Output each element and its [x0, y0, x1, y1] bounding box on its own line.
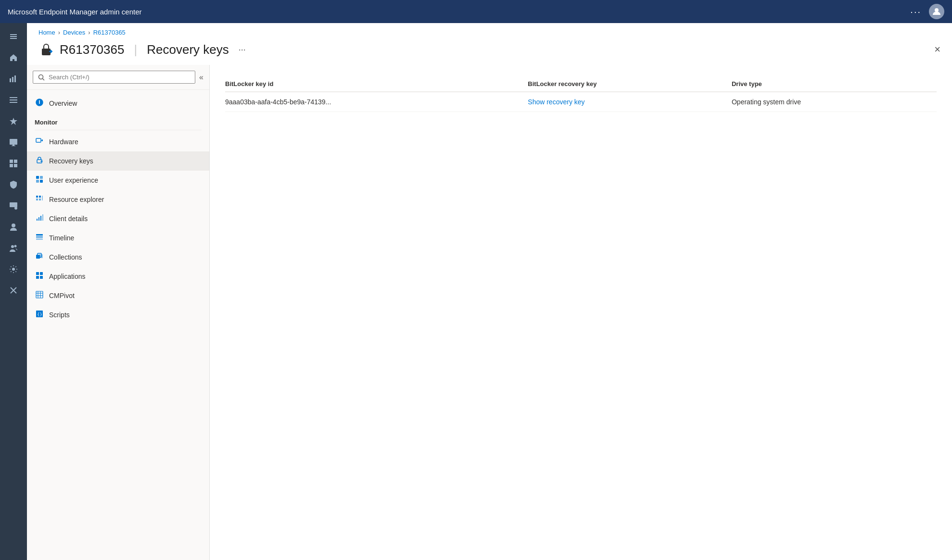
sidebar-divider [35, 130, 202, 130]
sidebar-item-user-experience[interactable]: User experience [27, 171, 209, 190]
svg-rect-36 [36, 180, 39, 183]
svg-rect-3 [10, 38, 17, 39]
sidebar-item-recovery-keys-label: Recovery keys [49, 157, 93, 165]
sidebar-item-applications[interactable]: Applications [27, 267, 209, 286]
svg-rect-1 [10, 34, 17, 35]
breadcrumb-sep-2: › [88, 29, 90, 36]
sidebar-item-hardware[interactable]: Hardware [27, 132, 209, 151]
avatar[interactable] [929, 4, 944, 19]
body-split: « Overview Monitor [27, 65, 952, 560]
svg-rect-38 [36, 196, 38, 198]
svg-rect-37 [40, 180, 43, 183]
sidebar-item-overview[interactable]: Overview [27, 94, 209, 113]
sidebar-item-client-details-label: Client details [49, 215, 88, 223]
sidebar-search-row: « [27, 65, 209, 90]
sidebar-item-collections[interactable]: Collections [27, 248, 209, 267]
page-header-left: R61370365 | Recovery keys ··· [38, 42, 246, 57]
nav-star-icon[interactable] [4, 112, 23, 131]
nav-grid-icon[interactable] [4, 154, 23, 173]
resource-explorer-icon [35, 195, 44, 204]
svg-point-25 [39, 75, 43, 79]
svg-rect-8 [10, 100, 17, 100]
icon-nav [0, 23, 27, 560]
sidebar-item-client-details[interactable]: Client details [27, 209, 209, 228]
svg-rect-7 [10, 97, 17, 98]
breadcrumb-devices[interactable]: Devices [63, 29, 85, 36]
svg-point-23 [12, 268, 15, 271]
topbar-right: ··· [910, 4, 944, 19]
nav-list-icon[interactable] [4, 90, 23, 110]
page-section-title: Recovery keys [147, 42, 229, 57]
svg-rect-56 [40, 276, 43, 279]
svg-rect-28 [39, 101, 40, 104]
sidebar-item-applications-label: Applications [49, 273, 86, 280]
breadcrumb-device-id[interactable]: R61370365 [93, 29, 126, 36]
sidebar-nav: Overview Monitor Hardware [27, 90, 209, 328]
content-area: Home › Devices › R61370365 R61370365 | [27, 23, 952, 560]
sidebar-search-container [33, 71, 195, 84]
breadcrumb: Home › Devices › R61370365 [27, 23, 952, 36]
svg-point-22 [14, 245, 17, 248]
svg-rect-39 [39, 196, 41, 198]
svg-point-0 [935, 8, 939, 12]
svg-rect-6 [14, 75, 16, 82]
sidebar-collapse-button[interactable]: « [199, 73, 203, 82]
topbar-more-icon[interactable]: ··· [910, 6, 921, 17]
collections-icon [35, 252, 44, 262]
svg-rect-11 [10, 139, 17, 145]
recovery-keys-icon [35, 156, 44, 166]
page-lock-icon [38, 42, 54, 57]
svg-rect-30 [36, 138, 41, 142]
svg-point-21 [11, 245, 14, 248]
nav-collapse-button[interactable] [4, 27, 23, 46]
svg-rect-48 [36, 236, 43, 238]
svg-rect-14 [10, 160, 13, 163]
close-button[interactable]: × [934, 43, 940, 56]
svg-rect-29 [39, 100, 40, 101]
nav-close-icon[interactable] [4, 281, 23, 300]
nav-display-icon[interactable] [4, 133, 23, 152]
nav-home-icon[interactable] [4, 48, 23, 67]
search-input[interactable] [49, 74, 190, 81]
sidebar-monitor-section: Monitor [27, 113, 209, 128]
sidebar-item-timeline[interactable]: Timeline [27, 228, 209, 248]
cell-key-id: 9aaa03ba-aafa-4cb5-be9a-74139... [225, 92, 528, 112]
timeline-icon [35, 233, 44, 243]
nav-users-icon[interactable] [4, 238, 23, 258]
svg-rect-4 [10, 78, 11, 82]
sidebar-item-cmpivot[interactable]: CMPivot [27, 286, 209, 305]
svg-marker-10 [10, 118, 17, 125]
client-details-icon [35, 214, 44, 224]
table-header-row: BitLocker key id BitLocker recovery key … [225, 76, 937, 92]
nav-monitor-icon[interactable] [4, 196, 23, 215]
sidebar: « Overview Monitor [27, 65, 210, 560]
breadcrumb-sep-1: › [58, 29, 60, 36]
breadcrumb-home[interactable]: Home [38, 29, 55, 36]
sidebar-item-cmpivot-label: CMPivot [49, 292, 75, 299]
svg-rect-43 [37, 219, 38, 221]
sidebar-item-resource-explorer[interactable]: Resource explorer [27, 190, 209, 209]
nav-charts-icon[interactable] [4, 69, 23, 88]
svg-line-26 [43, 78, 45, 80]
svg-rect-34 [36, 176, 39, 179]
page-more-button[interactable]: ··· [239, 45, 246, 55]
svg-rect-47 [36, 234, 43, 236]
sidebar-item-collections-label: Collections [49, 253, 82, 261]
svg-rect-5 [12, 77, 13, 82]
main-content: BitLocker key id BitLocker recovery key … [210, 65, 952, 560]
nav-shield-icon[interactable] [4, 175, 23, 194]
nav-gear-icon[interactable] [4, 260, 23, 279]
app-title: Microsoft Endpoint Manager admin center [8, 8, 141, 16]
svg-rect-54 [40, 272, 43, 275]
svg-rect-40 [36, 199, 38, 200]
svg-rect-44 [38, 217, 39, 221]
show-recovery-key-button[interactable]: Show recovery key [528, 98, 584, 106]
col-key-id: BitLocker key id [225, 76, 528, 92]
nav-user-icon[interactable] [4, 217, 23, 236]
table-row: 9aaa03ba-aafa-4cb5-be9a-74139... Show re… [225, 92, 937, 112]
sidebar-item-hardware-label: Hardware [49, 138, 78, 146]
sidebar-item-scripts[interactable]: {} Scripts [27, 305, 209, 324]
sidebar-item-recovery-keys[interactable]: Recovery keys [27, 151, 209, 171]
col-drive-type: Drive type [732, 76, 937, 92]
bitlocker-table: BitLocker key id BitLocker recovery key … [225, 76, 937, 112]
